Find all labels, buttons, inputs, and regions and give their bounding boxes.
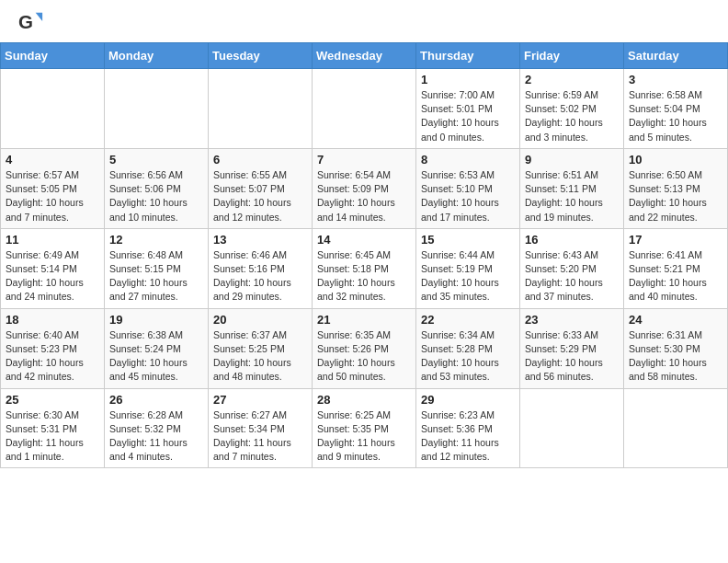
calendar-day-28: 28Sunrise: 6:25 AM Sunset: 5:35 PM Dayli… — [313, 388, 416, 468]
page-header: G — [0, 0, 728, 39]
day-info: Sunrise: 6:49 AM Sunset: 5:14 PM Dayligh… — [6, 248, 99, 304]
calendar-day-23: 23Sunrise: 6:33 AM Sunset: 5:29 PM Dayli… — [520, 308, 624, 388]
day-number: 28 — [317, 393, 411, 407]
day-number: 4 — [6, 153, 99, 167]
day-number: 25 — [6, 393, 99, 407]
calendar-day-29: 29Sunrise: 6:23 AM Sunset: 5:36 PM Dayli… — [416, 388, 520, 468]
day-number: 2 — [525, 73, 619, 86]
day-number: 3 — [629, 73, 722, 86]
day-info: Sunrise: 6:37 AM Sunset: 5:25 PM Dayligh… — [213, 328, 307, 385]
calendar-day-18: 18Sunrise: 6:40 AM Sunset: 5:23 PM Dayli… — [1, 308, 105, 388]
day-number: 17 — [629, 233, 722, 247]
day-number: 29 — [421, 393, 515, 407]
calendar-day-12: 12Sunrise: 6:48 AM Sunset: 5:15 PM Dayli… — [105, 228, 209, 308]
calendar-day-1: 1Sunrise: 7:00 AM Sunset: 5:01 PM Daylig… — [416, 69, 520, 149]
day-info: Sunrise: 6:44 AM Sunset: 5:19 PM Dayligh… — [421, 248, 515, 304]
day-info: Sunrise: 6:28 AM Sunset: 5:32 PM Dayligh… — [109, 408, 203, 465]
day-info: Sunrise: 6:55 AM Sunset: 5:07 PM Dayligh… — [213, 168, 307, 224]
day-number: 6 — [213, 153, 307, 167]
calendar-day-22: 22Sunrise: 6:34 AM Sunset: 5:28 PM Dayli… — [416, 308, 520, 388]
day-info: Sunrise: 6:53 AM Sunset: 5:10 PM Dayligh… — [421, 168, 515, 224]
day-number: 9 — [525, 153, 619, 167]
day-number: 1 — [421, 73, 515, 86]
day-info: Sunrise: 6:50 AM Sunset: 5:13 PM Dayligh… — [629, 168, 722, 224]
day-info: Sunrise: 6:57 AM Sunset: 5:05 PM Dayligh… — [6, 168, 99, 224]
calendar-day-13: 13Sunrise: 6:46 AM Sunset: 5:16 PM Dayli… — [209, 228, 313, 308]
day-number: 23 — [525, 313, 619, 327]
calendar-day-27: 27Sunrise: 6:27 AM Sunset: 5:34 PM Dayli… — [209, 388, 313, 468]
calendar-day-4: 4Sunrise: 6:57 AM Sunset: 5:05 PM Daylig… — [1, 148, 105, 228]
day-number: 26 — [109, 393, 203, 407]
calendar-day-16: 16Sunrise: 6:43 AM Sunset: 5:20 PM Dayli… — [520, 228, 624, 308]
day-info: Sunrise: 6:48 AM Sunset: 5:15 PM Dayligh… — [109, 248, 203, 304]
day-info: Sunrise: 6:30 AM Sunset: 5:31 PM Dayligh… — [6, 408, 99, 465]
day-info: Sunrise: 6:43 AM Sunset: 5:20 PM Dayligh… — [525, 248, 619, 304]
day-number: 21 — [317, 313, 411, 327]
calendar-day-3: 3Sunrise: 6:58 AM Sunset: 5:04 PM Daylig… — [624, 69, 728, 149]
day-info: Sunrise: 6:51 AM Sunset: 5:11 PM Dayligh… — [525, 168, 619, 224]
day-number: 5 — [109, 153, 203, 167]
day-number: 14 — [317, 233, 411, 247]
day-info: Sunrise: 6:46 AM Sunset: 5:16 PM Dayligh… — [213, 248, 307, 304]
calendar-day-6: 6Sunrise: 6:55 AM Sunset: 5:07 PM Daylig… — [209, 148, 313, 228]
calendar-week-row: 11Sunrise: 6:49 AM Sunset: 5:14 PM Dayli… — [1, 228, 728, 308]
calendar-header-tuesday: Tuesday — [209, 43, 313, 69]
calendar-day-9: 9Sunrise: 6:51 AM Sunset: 5:11 PM Daylig… — [520, 148, 624, 228]
calendar-empty-cell — [624, 388, 728, 468]
calendar-day-7: 7Sunrise: 6:54 AM Sunset: 5:09 PM Daylig… — [313, 148, 416, 228]
day-info: Sunrise: 6:58 AM Sunset: 5:04 PM Dayligh… — [629, 88, 722, 144]
calendar-header-friday: Friday — [520, 43, 624, 69]
calendar-header-wednesday: Wednesday — [313, 43, 416, 69]
day-info: Sunrise: 6:59 AM Sunset: 5:02 PM Dayligh… — [525, 88, 619, 144]
day-number: 20 — [213, 313, 307, 327]
logo-icon: G — [18, 9, 44, 35]
day-number: 10 — [629, 153, 722, 167]
calendar-day-17: 17Sunrise: 6:41 AM Sunset: 5:21 PM Dayli… — [624, 228, 728, 308]
day-number: 7 — [317, 153, 411, 167]
day-info: Sunrise: 6:33 AM Sunset: 5:29 PM Dayligh… — [525, 328, 619, 385]
calendar-day-20: 20Sunrise: 6:37 AM Sunset: 5:25 PM Dayli… — [209, 308, 313, 388]
calendar-day-15: 15Sunrise: 6:44 AM Sunset: 5:19 PM Dayli… — [416, 228, 520, 308]
calendar-header-saturday: Saturday — [624, 43, 728, 69]
calendar-day-21: 21Sunrise: 6:35 AM Sunset: 5:26 PM Dayli… — [313, 308, 416, 388]
day-info: Sunrise: 6:54 AM Sunset: 5:09 PM Dayligh… — [317, 168, 411, 224]
calendar-day-25: 25Sunrise: 6:30 AM Sunset: 5:31 PM Dayli… — [1, 388, 105, 468]
calendar-day-2: 2Sunrise: 6:59 AM Sunset: 5:02 PM Daylig… — [520, 69, 624, 149]
day-number: 18 — [6, 313, 99, 327]
calendar-week-row: 18Sunrise: 6:40 AM Sunset: 5:23 PM Dayli… — [1, 308, 728, 388]
day-info: Sunrise: 6:40 AM Sunset: 5:23 PM Dayligh… — [6, 328, 99, 385]
svg-marker-1 — [36, 13, 42, 21]
calendar-header-monday: Monday — [105, 43, 209, 69]
calendar-empty-cell — [209, 69, 313, 149]
day-info: Sunrise: 7:00 AM Sunset: 5:01 PM Dayligh… — [421, 88, 515, 144]
day-info: Sunrise: 6:31 AM Sunset: 5:30 PM Dayligh… — [629, 328, 722, 385]
calendar-header-thursday: Thursday — [416, 43, 520, 69]
day-info: Sunrise: 6:41 AM Sunset: 5:21 PM Dayligh… — [629, 248, 722, 304]
calendar-day-8: 8Sunrise: 6:53 AM Sunset: 5:10 PM Daylig… — [416, 148, 520, 228]
calendar-day-26: 26Sunrise: 6:28 AM Sunset: 5:32 PM Dayli… — [105, 388, 209, 468]
day-info: Sunrise: 6:27 AM Sunset: 5:34 PM Dayligh… — [213, 408, 307, 465]
day-number: 19 — [109, 313, 203, 327]
day-number: 11 — [6, 233, 99, 247]
calendar-empty-cell — [313, 69, 416, 149]
day-number: 12 — [109, 233, 203, 247]
day-info: Sunrise: 6:25 AM Sunset: 5:35 PM Dayligh… — [317, 408, 411, 465]
calendar-empty-cell — [520, 388, 624, 468]
day-info: Sunrise: 6:23 AM Sunset: 5:36 PM Dayligh… — [421, 408, 515, 465]
calendar-day-19: 19Sunrise: 6:38 AM Sunset: 5:24 PM Dayli… — [105, 308, 209, 388]
calendar-empty-cell — [1, 69, 105, 149]
day-info: Sunrise: 6:45 AM Sunset: 5:18 PM Dayligh… — [317, 248, 411, 304]
day-number: 16 — [525, 233, 619, 247]
calendar-table: SundayMondayTuesdayWednesdayThursdayFrid… — [0, 42, 728, 468]
calendar-week-row: 1Sunrise: 7:00 AM Sunset: 5:01 PM Daylig… — [1, 69, 728, 149]
calendar-day-14: 14Sunrise: 6:45 AM Sunset: 5:18 PM Dayli… — [313, 228, 416, 308]
day-info: Sunrise: 6:38 AM Sunset: 5:24 PM Dayligh… — [109, 328, 203, 385]
calendar-empty-cell — [105, 69, 209, 149]
day-number: 13 — [213, 233, 307, 247]
day-number: 8 — [421, 153, 515, 167]
day-info: Sunrise: 6:34 AM Sunset: 5:28 PM Dayligh… — [421, 328, 515, 385]
day-number: 15 — [421, 233, 515, 247]
calendar-day-11: 11Sunrise: 6:49 AM Sunset: 5:14 PM Dayli… — [1, 228, 105, 308]
calendar-day-5: 5Sunrise: 6:56 AM Sunset: 5:06 PM Daylig… — [105, 148, 209, 228]
calendar-header-row: SundayMondayTuesdayWednesdayThursdayFrid… — [1, 43, 728, 69]
